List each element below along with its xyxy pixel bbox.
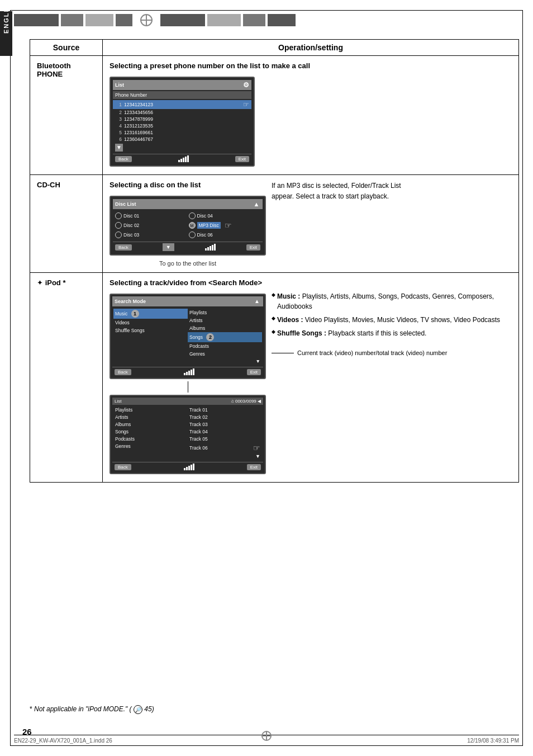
list-track-06: Track 06 ☞ [188, 442, 262, 453]
list-songs: Songs [113, 428, 188, 435]
bullet-music: Music : Playlists, Artists, Albums, Song… [272, 291, 512, 311]
circle-2: 2 [206, 333, 214, 341]
track-note-line: Current track (video) number/total track… [272, 349, 512, 356]
bar-5 [193, 368, 194, 375]
header-block-3 [85, 14, 113, 26]
cdch-right-info: If an MP3 disc is selected, Folder/Track… [272, 181, 417, 202]
scroll-down-arrow: ▼ [115, 144, 123, 152]
exit-button-list[interactable]: Exit [247, 464, 261, 470]
search-artists: Artists [188, 316, 262, 324]
list-screen-footer: Back Exit [112, 462, 263, 471]
bar-1 [178, 160, 180, 162]
track-06-label: Track 06 [189, 445, 208, 451]
search-videos: Videos [113, 319, 188, 327]
bullet-music-label: Music : [277, 292, 302, 300]
search-podcasts: Podcasts [188, 342, 262, 350]
list-track-01: Track 01 [188, 406, 262, 413]
disc-screen-footer: Back ▼ [113, 242, 263, 252]
bar-5 [214, 244, 216, 251]
bottom-note: * Not applicable in "iPod MODE." ( 🔎 45) [30, 705, 154, 714]
search-mode-label: Search Mode [115, 299, 146, 304]
search-screen-footer: Back Exit [112, 367, 263, 376]
ipod-source: ✦ iPod * [37, 278, 96, 287]
footnote-italic: Not applicable in "iPod MODE." ( [34, 705, 132, 713]
disc-icon-02 [115, 222, 122, 229]
source-cell-cdch: CD-CH [30, 175, 103, 273]
disc-icon-01 [115, 212, 122, 219]
phone-num-2: 2 [115, 110, 122, 115]
crosshair-h [263, 735, 270, 736]
list-label: List [115, 399, 121, 404]
ipod-left: Search Mode ▲ Music 1 Videos Shuffle Son… [110, 291, 266, 476]
exit-button-phone[interactable]: Exit [235, 156, 249, 162]
bar-1 [184, 468, 185, 470]
search-screen-header: Search Mode ▲ [112, 296, 263, 306]
phone-val-1: 12341234123 [124, 102, 153, 107]
back-button-disc[interactable]: Back [115, 244, 132, 251]
header-decoration [14, 14, 519, 26]
phone-num-4: 4 [115, 123, 122, 129]
bar-2 [180, 159, 182, 162]
exit-button-disc[interactable]: Exit [246, 244, 260, 251]
list-podcasts: Podcasts [113, 435, 188, 442]
source-cell-ipod: ✦ iPod * [30, 273, 103, 483]
bar-3 [210, 246, 211, 251]
back-button-list[interactable]: Back [115, 464, 131, 470]
header-block-2 [61, 14, 83, 26]
list-right-col: Track 01 Track 02 Track 03 Track 04 Trac… [188, 406, 262, 460]
search-left-col: Music 1 Videos Shuffle Songs [113, 309, 188, 365]
disc-item-01: Disc 01 [115, 212, 187, 219]
ipod-symbol: ✦ [37, 278, 43, 287]
table-row: CD-CH Selecting a disc on the list Disc … [30, 175, 519, 273]
header-block-1 [14, 14, 59, 26]
touch-cursor-list: ☞ [253, 443, 260, 452]
bullet-videos: Videos : Video Playlists, Movies, Music … [272, 315, 512, 325]
back-button-phone[interactable]: Back [115, 156, 132, 162]
track-note-text: Current track (video) number/total track… [297, 349, 447, 356]
cdch-left: Selecting a disc on the list Disc List ▲ [110, 181, 266, 267]
footnote-text: * Not applicable in "iPod MODE." ( [30, 705, 132, 713]
list-track-03: Track 03 [188, 420, 262, 428]
list-signal-bars [184, 464, 194, 470]
bar-4 [191, 370, 192, 375]
phone-row-3: 3 12347878999 [113, 116, 251, 122]
disc-label-03: Disc 03 [123, 232, 139, 238]
source-label-bluetooth: Bluetooth PHONE [37, 62, 71, 78]
list-track-05: Track 05 [188, 435, 262, 442]
source-cell-bluetooth: Bluetooth PHONE [30, 56, 103, 175]
disc-footer-center: ▼ [163, 243, 174, 251]
phone-val-6: 12360446767 [124, 136, 153, 142]
phone-num-3: 3 [115, 116, 122, 122]
phone-row-4: 4 12312123535 [113, 122, 251, 129]
op-cell-ipod: Selecting a track/video from <Search Mod… [103, 273, 519, 483]
footer-left: EN22-29_KW-AVX720_001A_1.indd 26 [14, 738, 112, 744]
phone-val-3: 12347878999 [124, 116, 153, 122]
bullet-videos-label: Videos : [277, 316, 305, 324]
bullet-videos-text: Video Playlists, Movies, Music Videos, T… [305, 316, 500, 324]
disc-item-06: Disc 06 [189, 231, 261, 238]
list-artists: Artists [113, 413, 188, 420]
header-block-6 [207, 14, 241, 26]
bullet-shuffle-label: Shuffle Songs : [277, 329, 328, 337]
list-screen-mockup: List ♫ 0003/0099 ◀ Playlists Artists Alb… [110, 395, 266, 474]
list-track-count: ♫ 0003/0099 ◀ [231, 399, 261, 404]
phone-num-6: 6 [115, 136, 122, 142]
list-left-col: Playlists Artists Albums Songs Podcasts … [113, 406, 188, 460]
exit-button-search[interactable]: Exit [247, 369, 261, 375]
circle-1: 1 [131, 310, 139, 318]
phone-screen-mockup: List ⚙ Phone Number 1 12341234123 ☞ 2 [110, 77, 255, 167]
disc-note: To go to the other list [110, 260, 266, 267]
disc-item-03: Disc 03 [115, 231, 187, 238]
bar-3 [188, 371, 190, 375]
back-button-search[interactable]: Back [115, 369, 131, 375]
bullet-shuffle-text: Playback starts if this is selected. [328, 329, 426, 337]
disc-up-arrow: ▲ [253, 200, 260, 208]
search-music: Music 1 [113, 309, 188, 319]
footnote-page-num: 45) [144, 705, 154, 713]
bar-2 [186, 372, 188, 375]
search-genres: Genres [188, 350, 262, 358]
list-track-02: Track 02 [188, 413, 262, 420]
disc-icon-mp3: M [189, 222, 196, 229]
header-crosshair [140, 14, 153, 26]
footnote-page: 45) [144, 705, 154, 713]
